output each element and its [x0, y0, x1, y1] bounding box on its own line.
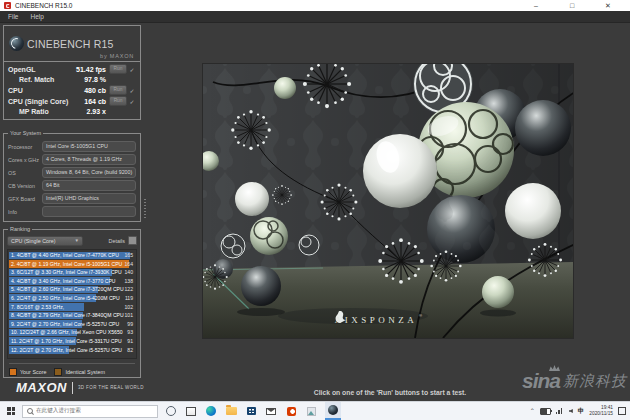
render-preview: AIXSPONZA ®	[202, 63, 574, 339]
office-icon	[287, 407, 296, 416]
system-fields: ProcessorIntel Core i5-1005G1 CPUCores x…	[8, 140, 136, 218]
ranking-row[interactable]: 5. 4C/8T @ 2.60 GHz, Intel Core i7-3720Q…	[9, 285, 135, 294]
ranking-value: 138	[125, 277, 134, 286]
score-row: CPU (Single Core)164 cbRun✓	[8, 96, 136, 107]
score-value: 164 cb	[68, 98, 106, 105]
ranking-controls: CPU (Single Core) ▼ Details	[7, 235, 137, 246]
system-field-label: OS	[8, 170, 42, 176]
panel-resize-gripper[interactable]	[144, 197, 146, 219]
ranking-label: 10. 12C/24T @ 2.66 GHz, Intel Xeon CPU X…	[11, 328, 123, 337]
ranking-row[interactable]: 6. 2C/4T @ 2.50 GHz, Intel Core i5-4200M…	[9, 294, 135, 303]
search-placeholder: 在此键入进行搜索	[36, 407, 81, 415]
maxon-footer: MAXON 3D FOR THE REAL WORLD	[16, 381, 144, 394]
action-center-icon[interactable]	[618, 407, 626, 415]
chevron-down-icon: ▼	[75, 238, 79, 243]
score-label: CPU (Single Core)	[8, 98, 68, 105]
run-button[interactable]: Run	[109, 85, 127, 95]
battery-icon[interactable]	[540, 408, 551, 415]
legend-separator	[9, 363, 135, 364]
cortana-button[interactable]	[165, 402, 177, 420]
office-button[interactable]	[285, 402, 297, 420]
legend-swatch	[9, 368, 17, 376]
photos-button[interactable]	[305, 402, 317, 420]
aixsponza-text: AIXSPONZA	[335, 315, 418, 325]
score-value: 2.93 x	[68, 108, 106, 115]
score-label: Ref. Match	[8, 76, 68, 83]
score-row: Ref. Match97.8 %	[8, 75, 136, 86]
run-button[interactable]: Run	[109, 64, 127, 74]
details-label: Details	[109, 238, 125, 244]
ranking-row[interactable]: 4. 4C/8T @ 3.40 GHz, Intel Core i7-3770 …	[9, 277, 135, 286]
ranking-label: 11. 2C/4T @ 1.70 GHz, Intel Core i5-3317…	[11, 337, 122, 346]
ranking-value: 122	[125, 285, 134, 294]
cinebench-taskbar-button[interactable]	[325, 402, 341, 420]
logo-title: CINEBENCH R15	[27, 38, 114, 50]
tray-clock[interactable]: 19:41 2020/11/15	[589, 405, 613, 416]
ranking-label: 8. 4C/8T @ 2.79 GHz, Intel Core i7-3840Q…	[11, 311, 124, 320]
legend-swatch	[54, 368, 62, 376]
white-glass-sphere	[363, 134, 437, 208]
score-value: 51.42 fps	[68, 66, 106, 73]
menu-item-help[interactable]: Help	[30, 13, 43, 20]
cortana-icon	[166, 406, 176, 416]
logo-row: CINEBENCH R15 by MAXON	[4, 26, 140, 62]
ranking-selector-dropdown[interactable]: CPU (Single Core) ▼	[7, 236, 83, 246]
maximize-button[interactable]: □	[554, 0, 590, 11]
start-button[interactable]	[0, 407, 22, 415]
menu-item-file[interactable]: File	[8, 13, 18, 20]
ranking-value: 102	[125, 303, 134, 312]
run-button[interactable]: Run	[109, 96, 127, 106]
chrome-sphere	[505, 183, 561, 239]
engraved-dark-sphere	[427, 195, 495, 263]
store-icon	[247, 407, 256, 415]
ranking-label: 1. 4C/8T @ 4.40 GHz, Intel Core i7-4770K…	[11, 251, 119, 260]
ranking-row[interactable]: 3. 6C/12T @ 3.30 GHz, Intel Core i7-3930…	[9, 268, 135, 277]
ranking-row[interactable]: 12. 2C/2T @ 2.70 GHz, Intel Core i5-5257…	[9, 346, 135, 355]
ranking-row[interactable]: 1. 4C/8T @ 4.40 GHz, Intel Core i7-4770K…	[9, 251, 135, 260]
sina-logo: sina	[522, 372, 560, 389]
score-row: OpenGL51.42 fpsRun✓	[8, 64, 136, 75]
system-field-row: OSWindows 8, 64 Bit, Core (build 9200)	[8, 166, 136, 179]
tray-date: 2020/11/15	[589, 411, 613, 417]
score-row: MP Ratio2.93 x	[8, 106, 136, 117]
tray-expand-chevron[interactable]: ⌃	[530, 408, 535, 414]
window-title: CINEBENCH R15.0	[15, 2, 72, 9]
ranking-list: 1. 4C/8T @ 4.40 GHz, Intel Core i7-4770K…	[7, 249, 137, 359]
ranking-row[interactable]: 8. 4C/8T @ 2.79 GHz, Intel Core i7-3840Q…	[9, 311, 135, 320]
ranking-row[interactable]: 2. 4C/8T @ 1.19 GHz, Intel Core i5-1005G…	[9, 260, 135, 269]
menu-bar: FileHelp	[0, 11, 630, 23]
legend-label: Identical System	[65, 369, 105, 375]
small-white-cage-sphere	[220, 233, 246, 259]
system-field-label: GFX Board	[8, 196, 42, 202]
taskbar-search-input[interactable]: 在此键入进行搜索	[22, 405, 158, 418]
system-field-value: Intel(R) UHD Graphics	[42, 193, 136, 204]
dark-bottom-sphere	[241, 266, 281, 306]
ime-indicator[interactable]: 中	[578, 407, 585, 416]
edge-button[interactable]	[205, 402, 217, 420]
details-checkbox[interactable]	[128, 236, 137, 245]
system-field-label: CB Version	[8, 183, 42, 189]
file-explorer-button[interactable]	[225, 402, 237, 420]
scores-list: OpenGL51.42 fpsRun✓Ref. Match97.8 %CPU48…	[4, 62, 140, 119]
close-button[interactable]: ✕	[590, 0, 626, 11]
ranking-row[interactable]: 11. 2C/4T @ 1.70 GHz, Intel Core i5-3317…	[9, 337, 135, 346]
mail-button[interactable]	[265, 402, 277, 420]
system-tray: ⌃ 中 19:41 2020/11/15	[530, 405, 630, 416]
small-white-cage-sphere	[298, 234, 320, 256]
system-field-row: ProcessorIntel Core i5-1005G1 CPU	[8, 140, 136, 153]
store-button[interactable]	[245, 402, 257, 420]
task-view-button[interactable]	[185, 402, 197, 420]
edge-icon	[206, 406, 216, 416]
ranking-row[interactable]: 9. 2C/4T @ 2.70 GHz, Intel Core i5-5257U…	[9, 320, 135, 329]
ranking-value: 82	[127, 346, 133, 355]
system-field-value: 4 Cores, 8 Threads @ 1.19 GHz	[42, 154, 136, 165]
ranking-row[interactable]: 10. 12C/24T @ 2.66 GHz, Intel Xeon CPU X…	[9, 328, 135, 337]
volume-icon[interactable]	[569, 409, 573, 413]
ranking-value: 164	[125, 260, 134, 269]
system-field-label: Cores x GHz	[8, 157, 42, 163]
network-icon[interactable]	[556, 408, 564, 414]
ranking-row[interactable]: 7. 8C/16T @ 2.53 GHz,102	[9, 303, 135, 312]
minimize-button[interactable]: –	[518, 0, 554, 11]
mail-icon	[266, 408, 276, 415]
system-field-row: Info	[8, 205, 136, 218]
